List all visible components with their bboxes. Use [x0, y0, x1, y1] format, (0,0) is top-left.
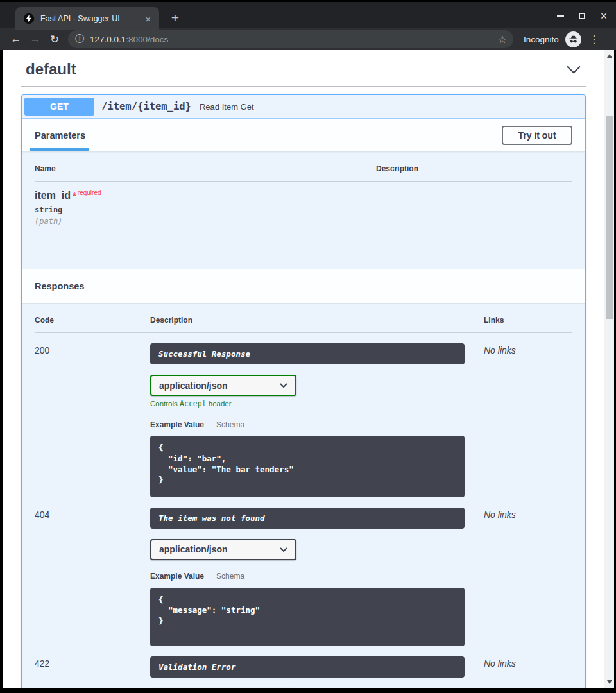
- minimize-icon[interactable]: [553, 9, 567, 23]
- tab-title: Fast API - Swagger UI: [40, 14, 142, 23]
- responses-title: Responses: [35, 281, 84, 291]
- responses-header: Responses: [22, 270, 585, 303]
- scrollbar-thumb[interactable]: [606, 116, 613, 319]
- response-code: 200: [35, 343, 150, 497]
- param-col-name: Name: [35, 164, 376, 173]
- response-row-200: 200 Successful Response application/json…: [35, 333, 572, 497]
- media-type-select[interactable]: application/json: [150, 375, 296, 396]
- browser-menu-icon[interactable]: ⋮: [588, 33, 601, 46]
- tab-separator: [210, 572, 210, 581]
- media-type-select[interactable]: application/json: [150, 539, 296, 560]
- response-description: The item was not found: [150, 508, 465, 529]
- tag-title: default: [26, 60, 76, 78]
- back-icon[interactable]: ←: [6, 33, 26, 46]
- tab-separator: [210, 420, 210, 429]
- url-host: 127.0.0.1: [90, 35, 126, 44]
- resp-col-description: Description: [150, 316, 484, 325]
- responses-table: Code Description Links 200 Successful Re…: [22, 303, 585, 688]
- tag-section-header[interactable]: default: [21, 55, 586, 86]
- parameters-table: Name Description item_id*required string…: [22, 151, 585, 270]
- tag-divider: [21, 86, 586, 87]
- chevron-down-icon: [280, 383, 287, 388]
- browser-tab[interactable]: Fast API - Swagger UI ×: [15, 7, 159, 30]
- new-tab-icon[interactable]: +: [167, 10, 184, 26]
- forward-icon[interactable]: →: [26, 33, 45, 46]
- example-json: { "message": "string" }: [158, 595, 456, 627]
- opblock-get: GET /item/{item_id} Read Item Get Parame…: [21, 94, 586, 688]
- tab-example-value[interactable]: Example Value: [150, 420, 204, 429]
- response-links: No links: [484, 508, 572, 646]
- tab-parameters: Parameters: [35, 130, 85, 141]
- param-type: string: [35, 205, 572, 214]
- operation-summary: Read Item Get: [200, 102, 254, 112]
- example-json: { "id": "bar", "value": "The bar tenders…: [158, 443, 456, 486]
- vertical-scrollbar[interactable]: [604, 50, 614, 688]
- accept-header-note: Controls Accept header.: [150, 399, 484, 408]
- parameters-header: Parameters Try it out: [22, 119, 585, 151]
- response-links: No links: [484, 656, 572, 688]
- tab-schema[interactable]: Schema: [216, 420, 244, 429]
- param-name: item_id: [35, 190, 71, 201]
- example-json-block: { "id": "bar", "value": "The bar tenders…: [150, 436, 465, 497]
- resp-col-links: Links: [484, 316, 504, 325]
- example-json-block: { "message": "string" }: [150, 588, 465, 646]
- response-description: Successful Response: [150, 343, 465, 364]
- page-content: default GET /item/{item_id} Read Item Ge…: [3, 50, 604, 688]
- parameters-tab-underline: [30, 148, 89, 151]
- tab-close-icon[interactable]: ×: [142, 13, 154, 25]
- collapse-chevron-icon[interactable]: [566, 65, 581, 74]
- required-label: required: [78, 189, 101, 196]
- response-row-422: 422 Validation Error application/json Ex…: [35, 646, 572, 688]
- bookmark-star-icon[interactable]: ☆: [498, 33, 507, 46]
- incognito-label: Incognito: [524, 35, 559, 44]
- method-badge: GET: [24, 98, 94, 116]
- response-links: No links: [484, 343, 572, 497]
- tab-schema[interactable]: Schema: [216, 572, 244, 581]
- scroll-down-icon[interactable]: [607, 680, 612, 684]
- chevron-down-icon: [280, 547, 287, 552]
- address-bar[interactable]: ⓘ 127.0.0.1 :8000/docs ☆: [68, 30, 513, 48]
- browser-toolbar: ← → ↻ ⓘ 127.0.0.1 :8000/docs ☆ Incognito…: [0, 28, 616, 50]
- scroll-up-icon[interactable]: [607, 54, 612, 58]
- maximize-icon[interactable]: [575, 9, 589, 23]
- response-description: Validation Error: [150, 656, 465, 678]
- reload-icon[interactable]: ↻: [45, 33, 64, 46]
- close-icon[interactable]: ×: [597, 9, 611, 23]
- parameter-row: item_id*required string (path): [35, 182, 572, 226]
- incognito-icon: [565, 31, 581, 47]
- fastapi-favicon-icon: [23, 13, 35, 24]
- response-row-404: 404 The item was not found application/j…: [35, 497, 572, 646]
- page-info-icon[interactable]: ⓘ: [75, 33, 84, 45]
- param-col-description: Description: [376, 164, 418, 173]
- try-it-out-button[interactable]: Try it out: [502, 126, 572, 145]
- url-path: :8000/docs: [126, 35, 168, 44]
- resp-col-code: Code: [35, 316, 150, 325]
- response-code: 422: [35, 656, 150, 688]
- window-controls: ×: [553, 2, 611, 30]
- required-star: *: [73, 190, 76, 201]
- operation-path: /item/{item_id}: [101, 101, 191, 112]
- response-code: 404: [35, 508, 150, 646]
- opblock-summary[interactable]: GET /item/{item_id} Read Item Get: [22, 95, 585, 119]
- tab-example-value[interactable]: Example Value: [150, 572, 204, 581]
- browser-titlebar: Fast API - Swagger UI × + ×: [0, 2, 616, 28]
- param-location: (path): [35, 217, 572, 226]
